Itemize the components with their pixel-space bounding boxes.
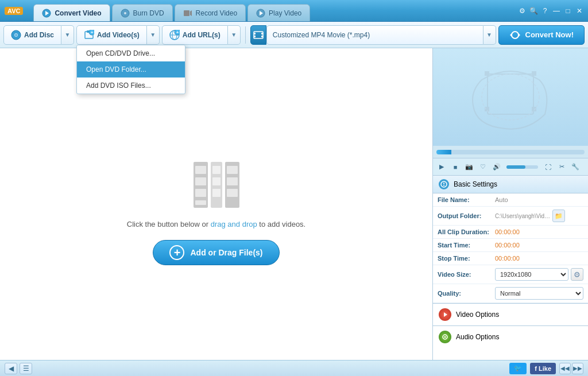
- videosize-select[interactable]: 1920x1080: [495, 268, 568, 281]
- quality-select[interactable]: Normal: [495, 287, 583, 300]
- open-cd-dvd-item[interactable]: Open CD/DVD Drive...: [77, 45, 185, 61]
- audio-options-label: Audio Options: [456, 333, 499, 341]
- svg-point-48: [443, 185, 444, 186]
- svg-rect-29: [195, 177, 206, 185]
- settings-row-duration: All Clip Duration: 00:00:00: [433, 226, 588, 239]
- convert-video-icon: [42, 9, 51, 18]
- add-dvd-iso-item[interactable]: Add DVD ISO Files...: [77, 77, 185, 94]
- film-icon: [250, 25, 266, 45]
- disc-icon: [11, 30, 21, 40]
- minimize-icon[interactable]: —: [551, 6, 562, 16]
- video-options-panel[interactable]: Video Options: [433, 303, 588, 325]
- add-disc-button[interactable]: Add Disc: [3, 25, 61, 45]
- output-value: C:\Users\yangh\Videos...: [495, 213, 552, 219]
- close-icon[interactable]: ✕: [574, 6, 585, 16]
- scroll-right-button[interactable]: ▶▶: [572, 363, 583, 374]
- heart-button[interactable]: ♡: [477, 161, 489, 173]
- svg-point-51: [444, 336, 446, 338]
- settings-row-filename: File Name: Auto: [433, 193, 588, 207]
- progress-track: [436, 150, 585, 154]
- svg-rect-21: [254, 33, 256, 34]
- add-file-button[interactable]: + Add or Drag File(s): [153, 240, 279, 265]
- audio-options-panel[interactable]: Audio Options: [433, 325, 588, 348]
- format-label: Customized MP4 Movie (*.mp4): [273, 31, 370, 39]
- plus-circle-icon: +: [169, 245, 184, 260]
- maximize-icon[interactable]: □: [563, 6, 573, 16]
- svg-rect-40: [488, 74, 533, 114]
- nav-arrows: ◀◀ ▶▶: [559, 363, 583, 374]
- nav-menu-button[interactable]: ☰: [20, 363, 32, 374]
- add-videos-dropdown: Open CD/DVD Drive... Open DVD Folder... …: [76, 45, 185, 94]
- svg-rect-23: [261, 33, 263, 34]
- duration-label: All Clip Duration:: [438, 228, 495, 235]
- add-url-group: + Add URL(s) ▼: [162, 25, 241, 45]
- svg-rect-31: [195, 200, 206, 205]
- settings-row-output: Output Folder: C:\Users\yangh\Videos... …: [433, 207, 588, 226]
- app-logo: AVC: [0, 0, 31, 21]
- main-area: Click the button below or drag and drop …: [0, 48, 588, 376]
- settings-button[interactable]: 🔧: [569, 161, 582, 173]
- tabs-area: Convert Video Burn DVD Record Video Play…: [31, 0, 513, 21]
- progress-area: [433, 146, 588, 158]
- playback-controls: ▶ ■ 📷 ♡ 🔊 ⛶ ✂ 🔧: [433, 158, 588, 176]
- scroll-left-button[interactable]: ◀◀: [559, 363, 571, 374]
- volume-fill: [506, 165, 525, 169]
- cut-button[interactable]: ✂: [555, 161, 568, 173]
- tab-record-video[interactable]: Record Video: [175, 4, 246, 21]
- add-videos-arrow[interactable]: ▼: [147, 25, 160, 45]
- nav-prev-button[interactable]: ◀: [5, 363, 17, 374]
- facebook-button[interactable]: f Like: [530, 363, 556, 374]
- stop-value: 00:00:00: [495, 255, 583, 262]
- tab-convert-video[interactable]: Convert Video: [33, 4, 110, 21]
- play-button[interactable]: ▶: [435, 161, 448, 173]
- help-icon[interactable]: ?: [540, 6, 550, 16]
- start-label: Start Time:: [438, 242, 495, 249]
- tab-play-video[interactable]: Play Video: [247, 4, 310, 21]
- twitter-button[interactable]: 🐦: [509, 363, 527, 374]
- add-videos-label: Add Video(s): [97, 31, 140, 39]
- search-icon[interactable]: 🔍: [528, 6, 539, 16]
- stop-button[interactable]: ■: [449, 161, 462, 173]
- svg-text:+: +: [91, 30, 94, 35]
- video-options-icon: [439, 308, 451, 321]
- add-videos-button[interactable]: + Add Video(s): [76, 25, 147, 45]
- svg-rect-37: [227, 166, 238, 174]
- settings-panel: Basic Settings File Name: Auto Output Fo…: [433, 176, 588, 376]
- title-bar: AVC Convert Video Burn DVD Record Video: [0, 0, 588, 22]
- format-arrow[interactable]: ▼: [483, 25, 496, 45]
- add-disc-arrow[interactable]: ▼: [61, 25, 74, 45]
- browse-folder-button[interactable]: 📁: [552, 210, 565, 222]
- settings-header-icon: [439, 179, 449, 189]
- settings-row-stop: Stop Time: 00:00:00: [433, 252, 588, 265]
- convert-now-button[interactable]: Convert Now!: [498, 25, 585, 45]
- quality-label: Quality:: [438, 290, 495, 297]
- open-dvd-folder-item[interactable]: Open DVD Folder...: [77, 61, 185, 77]
- svg-rect-39: [227, 189, 238, 197]
- add-disc-label: Add Disc: [24, 31, 54, 39]
- tab-convert-label: Convert Video: [55, 9, 101, 17]
- fullscreen-button[interactable]: ⛶: [541, 161, 554, 173]
- stop-label: Stop Time:: [438, 255, 495, 262]
- svg-rect-44: [532, 107, 536, 111]
- settings-icon[interactable]: ⚙: [517, 6, 527, 16]
- window-controls: ⚙ 🔍 ? — □ ✕: [513, 0, 588, 21]
- add-videos-group: + Add Video(s) ▼ Open CD/DVD Drive... Op…: [76, 25, 160, 45]
- convert-label: Convert Now!: [525, 30, 574, 39]
- svg-rect-33: [212, 166, 220, 174]
- settings-row-quality: Quality: Normal: [433, 284, 588, 303]
- toolbar-separator: [245, 26, 246, 44]
- tab-burn-dvd[interactable]: Burn DVD: [112, 4, 173, 21]
- videosize-gear-button[interactable]: ⚙: [571, 268, 583, 281]
- add-url-button[interactable]: + Add URL(s): [162, 25, 228, 45]
- video-options-label: Video Options: [456, 311, 499, 319]
- svg-point-3: [124, 12, 126, 14]
- audio-options-icon: [439, 331, 451, 343]
- volume-slider[interactable]: [506, 165, 538, 169]
- add-file-label: Add or Drag File(s): [190, 248, 262, 257]
- add-url-arrow[interactable]: ▼: [228, 25, 241, 45]
- status-bar: ◀ ☰ 🐦 f Like ◀◀ ▶▶: [0, 360, 588, 376]
- screenshot-button[interactable]: 📷: [463, 161, 475, 173]
- settings-row-start: Start Time: 00:00:00: [433, 239, 588, 252]
- start-value: 00:00:00: [495, 242, 583, 249]
- toolbar: Add Disc ▼ + Add Video(s) ▼ Open CD/DVD …: [0, 22, 588, 48]
